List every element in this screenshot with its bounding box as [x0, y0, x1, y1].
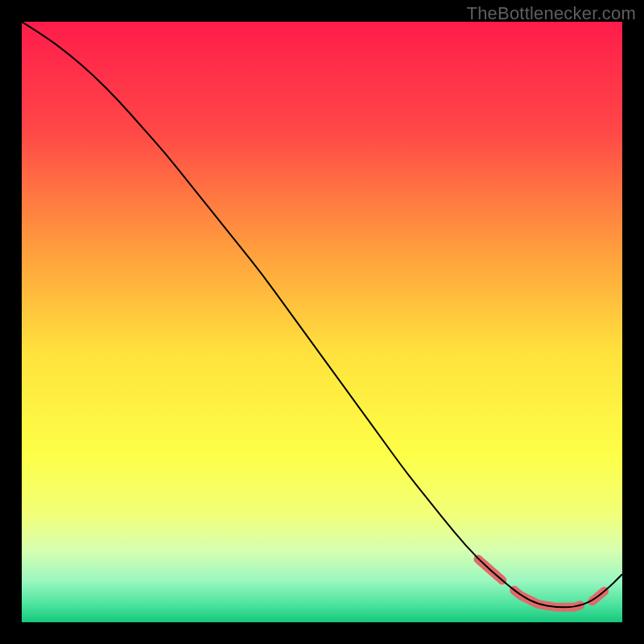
chart-svg: [22, 22, 622, 622]
chart-stage: TheBottlenecker.com: [0, 0, 644, 644]
gradient-background: [22, 22, 622, 622]
plot-area: [22, 22, 622, 622]
